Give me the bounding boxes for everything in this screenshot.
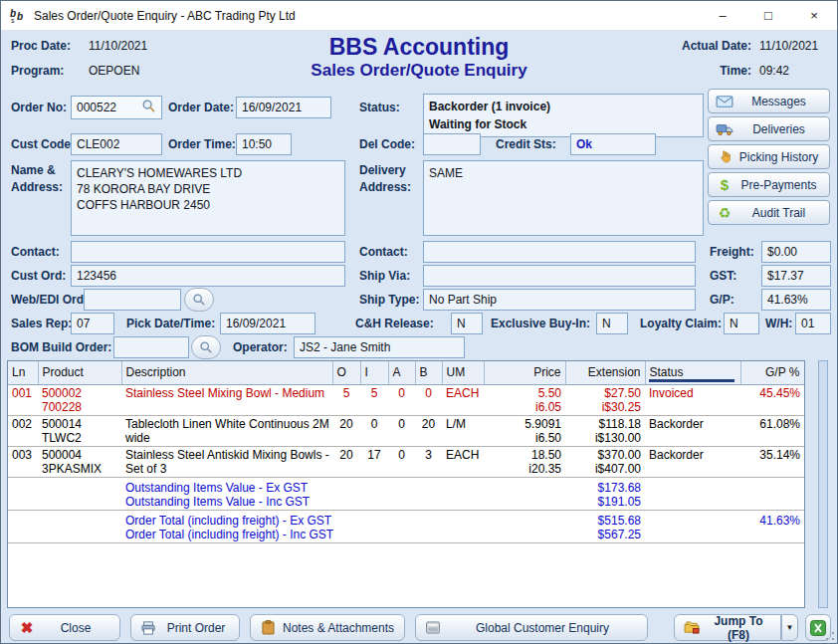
- maximize-button[interactable]: □: [745, 1, 791, 31]
- contact-label: Contact:: [11, 245, 60, 259]
- cust-code-field[interactable]: CLE002: [71, 133, 162, 155]
- truck-icon: [715, 122, 734, 136]
- sort-indicator: [649, 379, 734, 382]
- col-um[interactable]: UM: [442, 361, 484, 384]
- gp-label: G/P:: [710, 293, 734, 307]
- deliveries-button[interactable]: Deliveries: [708, 116, 830, 141]
- envelope-icon: [715, 95, 734, 108]
- close-window-button[interactable]: ×: [791, 1, 837, 31]
- ship-type-field[interactable]: No Part Ship: [423, 289, 696, 311]
- col-gp[interactable]: G/P %: [740, 361, 804, 384]
- chevron-down-icon: ▼: [786, 623, 794, 632]
- delivery-address-label1: Delivery: [359, 163, 406, 177]
- name-address-field[interactable]: CLEARY'S HOMEWARES LTD 78 KORORA BAY DRI…: [71, 160, 345, 236]
- ch-release-field[interactable]: N: [451, 313, 483, 334]
- status-line1: Backorder (1 invoice): [429, 98, 698, 115]
- col-description[interactable]: Description: [121, 361, 332, 384]
- col-i[interactable]: I: [360, 361, 388, 384]
- order-line-row[interactable]: 003 5000043PKASMIX Stainless Steel Antis…: [8, 446, 804, 477]
- jump-to-button[interactable]: Jump To (F8): [674, 614, 781, 641]
- app-window: b b s Sales Order/Quote Enquiry - ABC Tr…: [0, 0, 838, 644]
- name-address-label2: Address:: [11, 180, 63, 194]
- col-status[interactable]: Status: [645, 361, 740, 384]
- grid-header-row: Ln Product Description O I A B UM Price …: [8, 361, 804, 384]
- recycle-icon: ♻: [715, 205, 734, 221]
- resize-grip[interactable]: [825, 631, 835, 641]
- name-address-label1: Name &: [11, 163, 56, 177]
- printer-icon: [137, 621, 159, 635]
- cust-ord-label: Cust Ord:: [11, 269, 66, 283]
- operator-label: Operator:: [233, 340, 288, 354]
- pick-date-time-label: Pick Date/Time:: [126, 317, 215, 330]
- warehouse-label: W/H:: [765, 317, 792, 330]
- loyalty-claim-label: Loyalty Claim:: [640, 317, 722, 330]
- close-button[interactable]: ✖ Close: [9, 614, 120, 641]
- contact-delivery-label: Contact:: [359, 245, 408, 259]
- order-totals-row: Order Total (including freight) - Ex GST…: [8, 510, 804, 542]
- credit-sts-label: Credit Sts:: [496, 137, 556, 151]
- web-edi-field[interactable]: [84, 289, 181, 311]
- picking-history-button[interactable]: Picking History: [708, 144, 830, 169]
- contact-field[interactable]: [71, 241, 345, 263]
- col-extension[interactable]: Extension: [565, 361, 645, 384]
- time-label: Time:: [672, 64, 751, 78]
- svg-text:b: b: [17, 11, 23, 22]
- sales-rep-field[interactable]: 07: [71, 313, 114, 334]
- register-icon: [422, 621, 444, 634]
- ship-via-field[interactable]: [423, 265, 696, 287]
- warehouse-field[interactable]: 01: [795, 313, 831, 334]
- web-edi-label: Web/EDI Ord:: [11, 293, 88, 307]
- sales-rep-label: Sales Rep:: [11, 317, 72, 330]
- web-edi-search-button[interactable]: [184, 288, 214, 312]
- order-date-field[interactable]: 16/09/2021: [236, 97, 331, 118]
- bom-search-button[interactable]: [191, 335, 221, 359]
- status-label: Status:: [359, 101, 400, 114]
- pre-payments-button[interactable]: $ Pre-Payments: [708, 172, 830, 197]
- delivery-address-field[interactable]: SAME: [423, 160, 704, 236]
- order-date-label: Order Date:: [168, 101, 234, 114]
- gp-field: 41.63%: [761, 289, 831, 311]
- search-icon: [192, 293, 206, 307]
- order-no-input[interactable]: 000522: [71, 96, 162, 119]
- ch-release-label: C&H Release:: [355, 317, 434, 330]
- cust-ord-field[interactable]: 123456: [71, 265, 345, 287]
- col-b[interactable]: B: [415, 361, 442, 384]
- global-customer-enquiry-button[interactable]: Global Customer Enquiry: [415, 614, 648, 641]
- title-bar: b b s Sales Order/Quote Enquiry - ABC Tr…: [1, 1, 837, 31]
- clipboard-icon: [257, 620, 279, 635]
- contact-delivery-field[interactable]: [423, 241, 696, 263]
- loyalty-claim-field[interactable]: N: [724, 313, 759, 334]
- cust-code-label: Cust Code:: [11, 137, 75, 151]
- status-field: Backorder (1 invoice) Waiting for Stock: [423, 94, 704, 137]
- actual-date-label: Actual Date:: [672, 39, 751, 53]
- order-line-row[interactable]: 001 500002700228 Stainless Steel Mixing …: [8, 384, 804, 415]
- del-code-field[interactable]: [423, 133, 481, 155]
- order-time-field[interactable]: 10:50: [236, 133, 292, 155]
- status-line2: Waiting for Stock: [429, 115, 698, 133]
- order-line-row[interactable]: 002 500014TLWC2 Tablecloth Linen White C…: [8, 415, 804, 446]
- bom-build-order-label: BOM Build Order:: [11, 340, 111, 354]
- minimize-button[interactable]: –: [700, 1, 745, 31]
- messages-button[interactable]: Messages: [708, 89, 830, 113]
- dollar-icon: $: [715, 176, 734, 193]
- col-a[interactable]: A: [388, 361, 415, 384]
- delivery-address-label2: Address:: [359, 180, 411, 194]
- jump-to-dropdown-button[interactable]: ▼: [781, 614, 798, 641]
- audit-trail-button[interactable]: ♻ Audit Trail: [708, 200, 830, 225]
- col-product[interactable]: Product: [38, 361, 121, 384]
- pick-date-time-field[interactable]: 16/09/2021: [220, 313, 315, 334]
- exclusive-buy-in-label: Exclusive Buy-In:: [491, 317, 590, 330]
- bom-build-order-field[interactable]: [113, 336, 189, 358]
- col-o[interactable]: O: [332, 361, 360, 384]
- gst-label: GST:: [710, 269, 736, 283]
- col-price[interactable]: Price: [484, 361, 565, 384]
- print-order-button[interactable]: Print Order: [130, 614, 240, 641]
- grid-scrollbar[interactable]: [818, 360, 828, 608]
- freight-label: Freight:: [710, 245, 754, 259]
- order-no-search-icon[interactable]: [141, 99, 156, 116]
- order-lines-grid: Ln Product Description O I A B UM Price …: [7, 360, 805, 608]
- notes-attachments-button[interactable]: Notes & Attachments: [250, 614, 405, 641]
- exclusive-buy-in-field[interactable]: N: [596, 313, 628, 334]
- window-title: Sales Order/Quote Enquiry - ABC Trading …: [34, 9, 296, 23]
- col-ln[interactable]: Ln: [8, 361, 38, 384]
